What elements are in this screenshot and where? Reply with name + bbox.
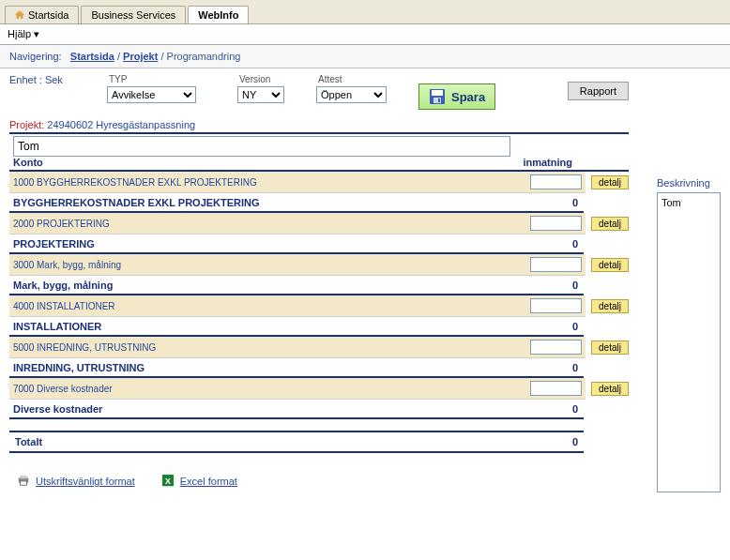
typ-select[interactable]: Avvikelse — [107, 86, 196, 103]
subtotal-label: Mark, bygg, målning — [13, 280, 113, 291]
total-row: Totalt 0 — [9, 432, 584, 453]
amount-input[interactable] — [530, 381, 582, 396]
typ-label: TYP — [107, 74, 196, 84]
subtotal-row: INSTALLATIONER0 — [9, 317, 584, 337]
tab-bar: Startsida Business Services WebInfo — [5, 2, 725, 23]
svg-rect-3 — [438, 98, 440, 102]
svg-rect-6 — [21, 481, 27, 485]
subtotal-value: 0 — [572, 280, 578, 291]
detalj-button[interactable]: detalj — [591, 341, 629, 355]
subtotal-label: BYGGHERREKOSTNADER EXKL PROJEKTERING — [13, 197, 260, 208]
detalj-button[interactable]: detalj — [591, 175, 629, 189]
total-value: 0 — [572, 436, 578, 447]
breadcrumb: Navigering: Startsida / Projekt / Progra… — [0, 45, 730, 68]
tab-business-services[interactable]: Business Services — [81, 6, 186, 23]
detalj-button[interactable]: detalj — [591, 217, 629, 231]
account-code: 3000 Mark, bygg, målning — [13, 260, 525, 270]
chevron-down-icon: ▾ — [34, 28, 39, 39]
subtotal-label: INREDNING, UTRUSTNING — [13, 362, 144, 373]
subtotal-value: 0 — [572, 362, 578, 373]
printer-icon — [17, 474, 30, 489]
save-button[interactable]: Spara — [418, 83, 495, 110]
subtotal-label: INSTALLATIONER — [13, 321, 101, 332]
projekt-label: Projekt: — [9, 119, 44, 130]
tab-label: Startsida — [28, 9, 68, 21]
breadcrumb-current: Programandring — [167, 51, 241, 62]
account-row: 7000 Diverse kostnader — [9, 378, 586, 400]
subtotal-label: PROJEKTERING — [13, 238, 95, 250]
tab-startsida[interactable]: Startsida — [5, 6, 79, 23]
amount-input[interactable] — [530, 174, 582, 189]
projekt-value: 24940602 Hyresgästanpassning — [47, 119, 195, 130]
svg-rect-1 — [432, 90, 443, 96]
subtotal-row: INREDNING, UTRUSTNING0 — [9, 358, 584, 378]
amount-input[interactable] — [530, 257, 582, 272]
account-row: 2000 PROJEKTERING — [9, 213, 586, 235]
amount-input[interactable] — [530, 340, 582, 355]
account-code: 2000 PROJEKTERING — [13, 219, 525, 229]
subtotal-value: 0 — [572, 403, 578, 415]
version-label: Version — [237, 74, 284, 84]
detalj-button[interactable]: detalj — [591, 258, 629, 272]
tab-label: WebInfo — [198, 9, 238, 21]
account-row: 3000 Mark, bygg, målning — [9, 254, 586, 276]
tab-label: Business Services — [91, 9, 175, 21]
header-inmatning: inmatning — [523, 157, 572, 168]
subtotal-row: Diverse kostnader0 — [9, 400, 584, 419]
house-icon — [15, 10, 24, 20]
breadcrumb-startsida[interactable]: Startsida — [70, 51, 114, 62]
excel-icon: X — [161, 474, 175, 489]
account-code: 5000 INREDNING, UTRUSTNING — [13, 342, 525, 353]
enhet-label: Enhet : Sek — [9, 74, 103, 85]
detalj-button[interactable]: detalj — [591, 299, 629, 313]
menubar: Hjälp ▾ — [0, 24, 730, 45]
header-konto: Konto — [13, 157, 43, 168]
total-label: Totalt — [15, 436, 42, 447]
tab-webinfo[interactable]: WebInfo — [188, 6, 249, 23]
breadcrumb-label: Navigering: — [9, 51, 62, 62]
subtotal-value: 0 — [572, 321, 578, 332]
subtotal-row: BYGGHERREKOSTNADER EXKL PROJEKTERING0 — [9, 193, 584, 213]
amount-input[interactable] — [530, 298, 582, 313]
projekt-line: Projekt: 24940602 Hyresgästanpassning — [9, 119, 629, 130]
version-select[interactable]: NY — [237, 86, 284, 103]
account-code: 1000 BYGGHERREKOSTNADER EXKL PROJEKTERIN… — [13, 177, 525, 188]
search-input[interactable] — [13, 136, 510, 157]
subtotal-label: Diverse kostnader — [13, 403, 102, 415]
svg-rect-5 — [21, 476, 27, 479]
print-format-link[interactable]: Utskriftsvänligt format — [17, 474, 135, 489]
help-menu[interactable]: Hjälp ▾ — [8, 28, 39, 39]
attest-select[interactable]: Öppen — [316, 86, 387, 103]
detalj-button[interactable]: detalj — [591, 382, 629, 396]
rapport-button[interactable]: Rapport — [568, 82, 629, 100]
subtotal-value: 0 — [572, 197, 578, 208]
subtotal-value: 0 — [572, 238, 578, 250]
account-code: 7000 Diverse kostnader — [13, 384, 525, 394]
breadcrumb-projekt[interactable]: Projekt — [123, 51, 158, 62]
account-row: 4000 INSTALLATIONER — [9, 295, 586, 317]
save-label: Spara — [451, 90, 485, 104]
subtotal-row: Mark, bygg, målning0 — [9, 276, 584, 295]
desc-box[interactable]: Tom — [657, 192, 721, 492]
attest-label: Attest — [316, 74, 387, 84]
excel-format-link[interactable]: X Excel format — [161, 474, 237, 489]
amount-input[interactable] — [530, 216, 582, 231]
top-toolbar: Startsida Business Services WebInfo — [0, 0, 730, 24]
account-row: 1000 BYGGHERREKOSTNADER EXKL PROJEKTERIN… — [9, 172, 586, 193]
account-code: 4000 INSTALLATIONER — [13, 301, 525, 311]
svg-text:X: X — [165, 477, 171, 486]
account-row: 5000 INREDNING, UTRUSTNING — [9, 337, 586, 358]
subtotal-row: PROJEKTERING0 — [9, 235, 584, 254]
disk-icon — [429, 88, 446, 105]
desc-label: Beskrivning — [657, 177, 721, 189]
